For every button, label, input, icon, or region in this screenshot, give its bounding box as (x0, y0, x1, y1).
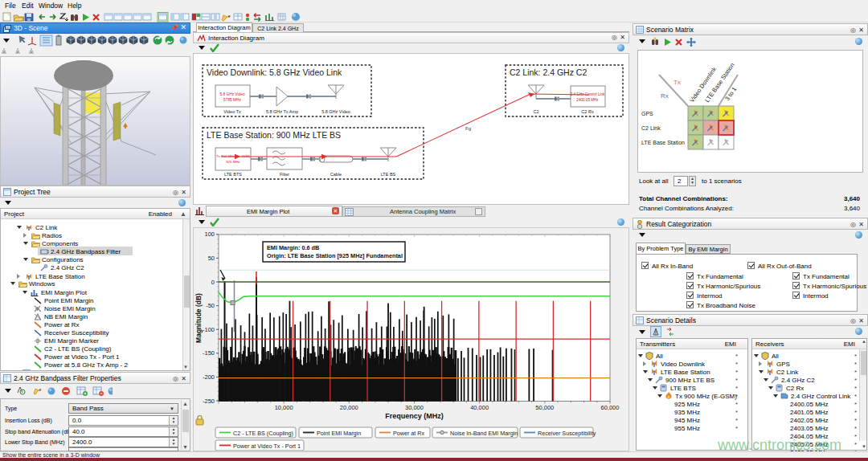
svg-text:Fg: Fg (465, 126, 471, 131)
svg-text:Filter: Filter (280, 172, 289, 177)
svg-text:LTE Base Station: LTE Base Station (641, 140, 685, 145)
svg-text:60,000: 60,000 (601, 404, 620, 411)
svg-text:Magnitude (dB): Magnitude (dB) (194, 293, 203, 343)
svg-text:GPS: GPS (641, 111, 653, 116)
svg-text:-150: -150 (203, 349, 215, 357)
svg-text:-250: -250 (203, 398, 215, 405)
svg-text:LTE BS: LTE BS (381, 172, 396, 177)
svg-text:C2 Rx: C2 Rx (581, 109, 594, 114)
svg-text:Power at Video Tx - Port 1: Power at Video Tx - Port 1 (233, 443, 301, 450)
svg-text:C2 Link: 2.4 GHz C2: C2 Link: 2.4 GHz C2 (510, 67, 587, 77)
svg-text:5785 MHz: 5785 MHz (223, 98, 241, 102)
svg-text:Video Downlink: 5.8 GHz Video: Video Downlink: 5.8 GHz Video Link (207, 67, 342, 77)
svg-text:30,000: 30,000 (405, 404, 424, 411)
svg-text:925 MHz: 925 MHz (226, 160, 240, 164)
svg-text:100: 100 (204, 230, 215, 238)
svg-text:Tx: Tx (674, 79, 681, 86)
svg-text:Noise In-Band EMI Margin: Noise In-Band EMI Margin (450, 430, 518, 437)
svg-text:LTE BTS: LTE BTS (224, 172, 242, 177)
svg-text:Point EMI Margin: Point EMI Margin (317, 430, 361, 437)
svg-text:40,000: 40,000 (470, 404, 489, 411)
svg-text:5.8 GHz Video: 5.8 GHz Video (219, 92, 244, 96)
svg-text:Origin: LTE Base Station [925: Origin: LTE Base Station [925 MHz] Funda… (267, 252, 403, 259)
svg-text:Video Tx: Video Tx (223, 109, 241, 114)
svg-text:Power at Rx: Power at Rx (393, 430, 425, 437)
svg-text:C2 - LTE BS (Coupling): C2 - LTE BS (Coupling) (233, 430, 293, 437)
svg-text:Frequency (MHz): Frequency (MHz) (385, 412, 444, 420)
svg-text:LTE Base Station: 900 MHz LTE: LTE Base Station: 900 MHz LTE BS (207, 130, 341, 140)
svg-text:50,000: 50,000 (535, 404, 554, 411)
svg-text:EMI Margin: 0.6 dB: EMI Margin: 0.6 dB (267, 244, 319, 251)
svg-text:10,000: 10,000 (275, 404, 293, 411)
svg-text:2400.05 MHz: 2400.05 MHz (576, 98, 599, 102)
svg-text:-50: -50 (206, 302, 215, 309)
svg-text:20,000: 20,000 (340, 404, 358, 411)
svg-text:Receiver Susceptibility: Receiver Susceptibility (538, 430, 596, 437)
svg-text:Rx: Rx (661, 92, 669, 100)
svg-text:3 to 1: 3 to 1 (723, 86, 738, 103)
svg-text:-200: -200 (203, 373, 215, 381)
svg-text:C2: C2 (533, 109, 538, 114)
svg-text:50: 50 (208, 255, 215, 262)
svg-text:Cable: Cable (330, 172, 342, 177)
svg-text:-100: -100 (203, 326, 215, 333)
svg-text:C2 Link: C2 Link (641, 125, 661, 131)
svg-text:5.8 GHz Video: 5.8 GHz Video (321, 109, 350, 114)
svg-text:5.8 GHz Tx Amp: 5.8 GHz Tx Amp (266, 109, 298, 114)
svg-text:0: 0 (211, 279, 215, 286)
